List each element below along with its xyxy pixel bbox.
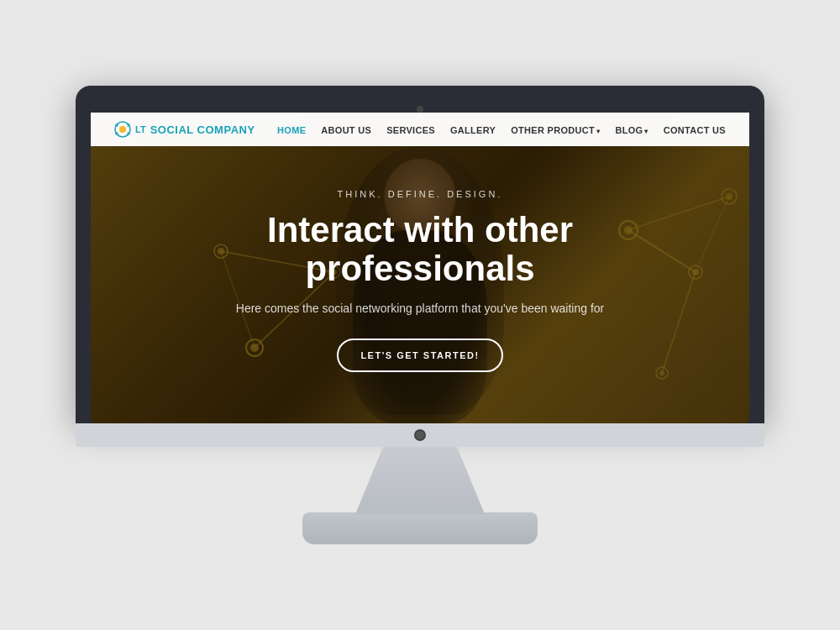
monitor-stand-neck — [328, 447, 512, 514]
logo-lt-text: LT — [135, 124, 146, 134]
monitor-bottom-bezel — [76, 423, 764, 447]
nav-link-other-product[interactable]: OTHER PRODUCT▾ — [511, 125, 600, 135]
nav-item-about[interactable]: ABOUT US — [321, 122, 371, 137]
logo-company-name: SOCIAL COMPANY — [150, 123, 255, 136]
nav-menu: HOME ABOUT US SERVICES GALLERY OTHER PRO — [277, 122, 726, 137]
nav-link-home[interactable]: HOME — [277, 125, 306, 135]
nav-item-other-product[interactable]: OTHER PRODUCT▾ — [511, 122, 600, 137]
hero-cta-button[interactable]: LET'S GET STARTED! — [337, 339, 502, 372]
nav-item-gallery[interactable]: GALLERY — [450, 122, 496, 137]
nav-item-home[interactable]: HOME — [277, 122, 306, 137]
svg-point-5 — [127, 132, 130, 135]
monitor-screen: LT SOCIAL COMPANY HOME ABOUT US SERVICES — [91, 101, 749, 423]
nav-link-blog[interactable]: BLOG▾ — [615, 125, 648, 135]
navbar: LT SOCIAL COMPANY HOME ABOUT US SERVICES — [91, 113, 749, 146]
monitor-body: LT SOCIAL COMPANY HOME ABOUT US SERVICES — [76, 86, 764, 423]
hero-subtitle: Here comes the social networking platfor… — [236, 302, 604, 315]
hero-section: THINK. DEFINE. DESIGN. Interact with oth… — [91, 113, 749, 423]
nav-link-services[interactable]: SERVICES — [386, 125, 435, 135]
nav-link-about[interactable]: ABOUT US — [321, 125, 371, 135]
hero-tagline: THINK. DEFINE. DESIGN. — [338, 189, 503, 199]
webcam-dot — [414, 429, 426, 441]
nav-item-services[interactable]: SERVICES — [386, 122, 435, 137]
nav-item-contact[interactable]: CONTACT US — [664, 122, 726, 137]
website: LT SOCIAL COMPANY HOME ABOUT US SERVICES — [91, 113, 749, 423]
nav-item-blog[interactable]: BLOG▾ — [615, 122, 648, 137]
logo-icon — [114, 121, 131, 138]
hero-content: THINK. DEFINE. DESIGN. Interact with oth… — [91, 113, 749, 423]
monitor-wrapper: LT SOCIAL COMPANY HOME ABOUT US SERVICES — [76, 86, 764, 544]
svg-point-4 — [115, 132, 118, 135]
svg-point-1 — [119, 126, 126, 133]
svg-point-3 — [127, 123, 130, 127]
hero-title: Interact with other professionals — [267, 211, 573, 288]
monitor-stand-base — [302, 512, 538, 544]
nav-link-contact[interactable]: CONTACT US — [664, 125, 726, 135]
nav-link-gallery[interactable]: GALLERY — [450, 125, 496, 135]
svg-point-2 — [115, 123, 118, 127]
nav-logo: LT SOCIAL COMPANY — [114, 121, 255, 138]
